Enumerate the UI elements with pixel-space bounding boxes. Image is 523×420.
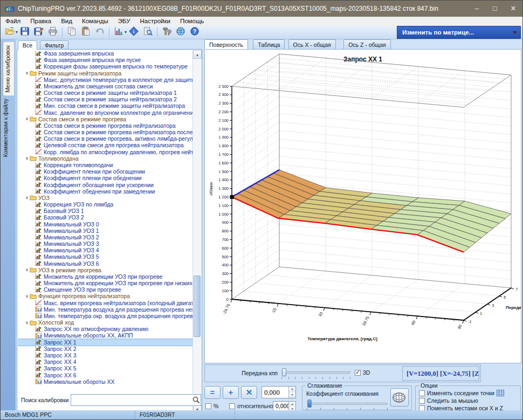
view-tab-Поверхность[interactable]: Поверхность	[204, 39, 248, 49]
chevron-down-icon[interactable]: ∨	[24, 195, 30, 200]
chevron-down-icon[interactable]: ∨	[24, 320, 30, 325]
tree-tab-Фильтр[interactable]: Фильтр	[40, 40, 68, 50]
tree-item[interactable]: Коррекция топливоподачи	[18, 162, 192, 168]
save-button[interactable]	[18, 26, 31, 38]
tree-item[interactable]: Запрос ХХ 1	[18, 339, 192, 346]
tree-item[interactable]: Запрос ХХ 4	[18, 359, 192, 365]
copy-button[interactable]	[65, 26, 78, 38]
tree-item[interactable]: Состав смеси в режиме прогрева нейтрализ…	[18, 129, 192, 135]
help-button[interactable]: ?	[188, 26, 201, 38]
tree-item[interactable]: Минимальный УОЗ 3	[18, 240, 192, 247]
tree-item[interactable]: Состав смеси в режиме прогрева нейтрализ…	[18, 122, 192, 129]
tree-item[interactable]: 12Минимальные обороты ХХ	[18, 378, 192, 385]
tree-folder[interactable]: ∨УОЗ	[18, 195, 192, 201]
info-button[interactable]: i	[127, 26, 140, 38]
edit-neighbors-checkbox[interactable]	[419, 390, 425, 396]
menu-Правка[interactable]: Правка	[25, 18, 56, 24]
print-button[interactable]	[46, 26, 59, 38]
tree-item[interactable]: Минимальный УОЗ 5	[18, 253, 192, 260]
tree-folder[interactable]: ∨Холостой ход	[18, 319, 192, 326]
online-button[interactable]	[174, 26, 187, 38]
chevron-down-icon[interactable]: ∨	[24, 156, 30, 161]
follow-mouse-checkbox[interactable]	[419, 398, 425, 404]
set-value-button[interactable]: =	[204, 386, 221, 399]
search-icon[interactable]	[192, 396, 200, 404]
sidebar-tab-comments[interactable]: Комментарии к файлу	[2, 99, 9, 157]
gear-slider-track[interactable]	[281, 371, 350, 374]
apply-smoothing-button[interactable]	[390, 388, 409, 407]
menu-Помощь[interactable]: Помощь	[175, 18, 209, 24]
value-spinner[interactable]: 0,000 ▲▼	[262, 386, 296, 398]
tree-item[interactable]: Минимальный УОЗ 4	[18, 247, 192, 253]
tree-item[interactable]: Фаза завершения впрыска	[18, 50, 192, 57]
tree-item[interactable]: Множитель для смещения состава смеси	[18, 83, 192, 89]
tree-folder[interactable]: ∨Функция прогрева нейтрализатора	[18, 293, 192, 299]
tree-item[interactable]: Запрос ХХ 2	[18, 346, 192, 352]
tree-item[interactable]: Запрос ХХ по атмосферному давлению	[18, 326, 192, 332]
chart-mode-button[interactable]	[112, 26, 125, 38]
tree-tab-Все[interactable]: Все	[18, 40, 37, 50]
tree-item[interactable]: 12Минимальные обороты ХХ, АКПП	[18, 332, 192, 339]
tree-item[interactable]: Множитель для коррекции УОЗ при прогреве	[18, 273, 192, 280]
tree-item[interactable]: Коррекция фазы завершения впрыска по тем…	[18, 63, 192, 70]
menu-Настройки[interactable]: Настройки	[135, 18, 175, 24]
tree-item[interactable]: Минимальный УОЗ 0	[18, 221, 192, 227]
tree-item[interactable]: Минимальный УОЗ 2	[18, 234, 192, 240]
smoothing-slider-thumb[interactable]	[307, 400, 312, 408]
relative-checkbox[interactable]	[229, 403, 235, 409]
menu-Команды[interactable]: Команды	[77, 18, 113, 24]
chevron-down-icon[interactable]: ∨	[24, 116, 30, 121]
edit-by-matrix-button[interactable]: Изменить по матрице...	[397, 26, 521, 39]
tree-item[interactable]: Минимальный УОЗ 1	[18, 228, 192, 234]
tree-item[interactable]: Корр. лямбда по атмосферному давлению, п…	[18, 149, 192, 155]
tree-item[interactable]: Целевой состав смеси для прогрева нейтра…	[18, 142, 192, 148]
tree-item[interactable]: Базовый УОЗ 1	[18, 208, 192, 214]
tree-item[interactable]: Запрос ХХ 5	[18, 365, 192, 371]
tree-item[interactable]: 12Мин. температура воздуха для разрешени…	[18, 306, 192, 313]
gear-slider-thumb[interactable]	[282, 368, 286, 376]
undo-button[interactable]	[93, 26, 106, 38]
sidebar-tab-calibrations[interactable]: Меню калибровок	[3, 42, 14, 97]
tree-item[interactable]: Коэффициент обеднения при замедлении	[18, 188, 192, 195]
view-tab-Ось-Z---общая[interactable]: Ось Z - общая	[343, 39, 391, 49]
tree-item[interactable]: Коэффициент пленки при обогащении	[18, 168, 192, 175]
3d-checkbox[interactable]	[355, 370, 361, 376]
tree-item[interactable]: Запрос ХХ 6	[18, 371, 192, 378]
view-tab-Таблица[interactable]: Таблица	[253, 39, 285, 49]
relative-spinner[interactable]: 0,000 ▲▼	[273, 401, 296, 411]
tree-item[interactable]: Макс. время прогрева нейтрализатора (хол…	[18, 300, 192, 306]
menu-Вид[interactable]: Вид	[56, 18, 77, 24]
tree-item[interactable]: Макс. допустимая температура в коллектор…	[18, 77, 192, 83]
tree-folder[interactable]: ∨Топливоподача	[18, 155, 192, 162]
open-file-button[interactable]	[3, 26, 16, 38]
maximize-button[interactable]: □	[486, 1, 504, 17]
search-input[interactable]	[71, 394, 201, 406]
tree-item[interactable]: Макс. давление во впускном коллекторе дл…	[18, 109, 192, 116]
vscroll-thumb[interactable]	[194, 276, 201, 338]
save-as-button[interactable]	[32, 26, 45, 38]
chevron-down-icon[interactable]: ∨	[24, 267, 30, 272]
close-button[interactable]: ✕	[504, 1, 522, 17]
tree-folder[interactable]: ∨Режим защиты нейтрализатора	[18, 70, 192, 77]
spin-up-icon[interactable]: ▲	[289, 387, 295, 393]
view-tab-Ось-X---общая[interactable]: Ось X - общая	[288, 39, 336, 49]
smoothing-slider-track[interactable]	[307, 403, 388, 405]
preview-button[interactable]	[141, 26, 154, 38]
chevron-down-icon[interactable]: ∨	[24, 71, 30, 75]
tree-item[interactable]: Смещение УОЗ при прогреве	[18, 286, 192, 293]
surface-chart-area[interactable]: Запрос ХХ 1 0100200300400500600700800900…	[204, 49, 521, 363]
tree-folder[interactable]: ∨УОЗ в режиме прогрева	[18, 267, 192, 273]
minimize-button[interactable]: –	[467, 1, 486, 17]
tree-item[interactable]: Состав смеси в режиме защиты нейтрализат…	[18, 89, 192, 96]
scroll-up-icon[interactable]: ▲	[193, 50, 202, 59]
add-value-button[interactable]: +	[223, 386, 239, 399]
dropdown-arrow-icon[interactable]: ▾	[125, 30, 127, 35]
multiply-value-button[interactable]: ✕	[241, 386, 257, 399]
spin-down-icon[interactable]: ▼	[289, 393, 295, 398]
tree-item[interactable]: Запрос ХХ 3	[18, 352, 192, 359]
tree-item[interactable]: Состав смеси в режиме прогрева, активно …	[18, 135, 192, 142]
tree-item[interactable]: Коррекция УОЗ по лямбда	[18, 201, 192, 208]
chevron-down-icon[interactable]: ∨	[24, 294, 30, 299]
tree-item[interactable]: Базовый УОЗ 2	[18, 214, 192, 221]
tree-item[interactable]: Коэффициент обогащения при ускорении	[18, 181, 192, 188]
